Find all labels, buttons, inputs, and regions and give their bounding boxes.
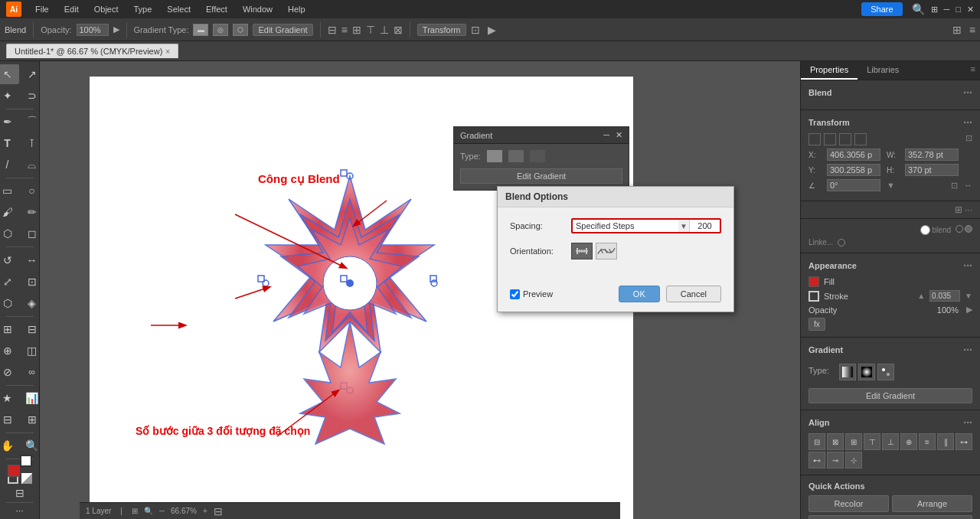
gradient-btn[interactable]: ◫ [21,341,41,361]
more-status-btn[interactable]: ⊟ [214,505,223,517]
panel-options-icon[interactable]: ≡ [969,24,975,36]
eyedropper-btn[interactable]: ⊘ [0,362,19,382]
brush-btn[interactable]: 🖌 [0,202,19,222]
shaper-btn[interactable]: ⬡ [0,224,19,243]
slice-btn[interactable]: ⊟ [0,410,19,429]
share-button[interactable]: Share [861,2,902,16]
stroke-swatch-right[interactable] [808,291,819,302]
y-input[interactable] [827,164,880,176]
stroke-down-arrow[interactable]: ▼ [965,292,972,300]
align-left-btn[interactable]: ⊟ [808,433,825,450]
pencil-btn[interactable]: ✏ [21,202,41,222]
ok-btn[interactable]: OK [619,286,660,302]
linked-circle[interactable] [838,239,845,246]
panel-menu-btn[interactable]: ≡ [966,61,980,80]
blend-more-btn[interactable]: ··· [963,86,972,99]
hand-btn[interactable]: ✋ [0,436,19,455]
perspective-select-btn[interactable]: ⊟ [21,319,41,339]
transform-options-btn[interactable]: ⊡ [965,133,972,145]
align-to-page-btn[interactable] [571,243,593,260]
artboard-tools-btn[interactable]: ⊞ [132,507,138,515]
magic-wand-btn[interactable]: ✦ [0,86,19,106]
edit-gradient-btn[interactable]: Edit Gradient [253,24,312,36]
menu-type[interactable]: Type [128,3,158,15]
stroke-value-input[interactable] [929,290,960,302]
transform-flip-btn[interactable]: ↔ [964,181,972,190]
fill-swatch[interactable] [8,465,20,477]
gradient-type-3[interactable] [530,150,545,162]
opacity-arrow[interactable]: ▶ [113,24,119,34]
radial-grad-btn[interactable] [858,364,875,380]
line-btn[interactable]: / [0,155,19,175]
perspective-grid-btn[interactable]: ⊞ [0,319,19,339]
curvature-btn[interactable]: ⌒ [21,112,41,132]
align-right-icon[interactable]: ⊞ [352,24,361,36]
width-btn[interactable]: ⤢ [0,272,19,292]
blend-circle-2[interactable] [965,225,972,233]
fx-btn[interactable]: fx [808,318,825,331]
menu-select[interactable]: Select [161,3,197,15]
zoom-out-btn[interactable]: ─ [159,507,165,515]
transform-mode-1[interactable] [808,133,821,145]
w-input[interactable] [905,149,959,161]
spacing-value[interactable]: 200 [689,220,720,232]
symbol-btn[interactable]: ★ [0,388,19,408]
blend-btn[interactable]: ∞ [21,362,41,382]
opacity-expand-btn[interactable]: ▶ [966,305,972,315]
tab-close-btn[interactable]: × [165,47,170,56]
align-top-btn[interactable]: ⊤ [864,433,880,450]
canvas-area[interactable]: Công cụ Blend Số bước giữa 3 đối tượng đ… [40,61,800,519]
linear-gradient-btn[interactable]: ▬ [193,24,208,36]
dist-horiz2-btn[interactable]: ⊶ [956,433,972,450]
spacing-select[interactable]: Specified Steps Specified Distance Smoot… [573,220,678,232]
menu-edit[interactable]: Edit [58,3,85,15]
gradient-panel-close-btn[interactable]: ✕ [616,130,622,140]
mesh-btn[interactable]: ⊕ [0,341,19,361]
menu-file[interactable]: File [29,3,55,15]
align-hcenter-btn[interactable]: ⊠ [827,433,844,450]
arrange-btn[interactable]: Arrange [892,495,972,512]
stroke-up-arrow[interactable]: ▲ [917,292,925,300]
blend-radio-1[interactable] [920,225,930,235]
rect-btn[interactable]: ▭ [0,181,19,201]
column-graph-btn[interactable]: 📊 [21,388,41,408]
document-tab[interactable]: Untitled-1* @ 66.67 % (CMYK/Preview) × [6,44,178,58]
angle-dropdown[interactable]: ▼ [887,181,895,190]
x-input[interactable] [827,149,880,161]
live-paint-btn[interactable]: ◈ [21,293,41,313]
eraser-btn[interactable]: ◻ [21,224,41,243]
align-right-btn[interactable]: ⊞ [845,433,862,450]
gradient-type-1[interactable] [487,150,502,162]
close-icon[interactable]: ✕ [967,5,974,15]
pen-btn[interactable]: ✒ [0,112,19,132]
align-more-btn[interactable]: ··· [963,416,972,429]
edit-gradient-right-btn[interactable]: Edit Gradient [808,388,972,403]
freeform-gradient-btn[interactable]: ⬡ [233,24,248,36]
zoom-btn[interactable]: 🔍 [21,436,41,455]
align-bottom-icon[interactable]: ⊠ [394,24,403,36]
dist-horiz-btn[interactable]: ≡ [919,433,936,450]
transform-btn[interactable]: Transform [417,24,466,36]
dist-h3-btn[interactable]: ⊸ [827,452,844,468]
menu-window[interactable]: Window [237,3,279,15]
shape-builder-btn[interactable]: ⬡ [0,293,19,313]
search-icon[interactable]: 🔍 [912,3,925,15]
zoom-fit-btn[interactable]: 🔍 [144,507,153,515]
preview-checkbox[interactable] [510,289,520,299]
radial-gradient-btn[interactable]: ◎ [213,24,228,36]
menu-help[interactable]: Help [282,3,312,15]
fill-swatch-right[interactable] [808,276,819,287]
reflect-btn[interactable]: ↔ [21,250,41,270]
type-btn[interactable]: T [0,133,19,153]
menu-object[interactable]: Object [88,3,125,15]
menu-effect[interactable]: Effect [200,3,234,15]
appearance-more-btn[interactable]: ··· [963,260,972,272]
dist-v3-btn[interactable]: ⊹ [845,452,862,468]
align-to-path-btn[interactable] [596,243,617,260]
cancel-btn[interactable]: Cancel [666,286,721,302]
transform-mode-3[interactable] [839,133,851,145]
ellipse-btn[interactable]: ○ [21,181,41,201]
align-vcenter-btn[interactable]: ⊥ [882,433,899,450]
expand-panel-icon[interactable]: ⊞ [952,24,962,36]
recolor-btn[interactable]: Recolor [808,495,889,512]
